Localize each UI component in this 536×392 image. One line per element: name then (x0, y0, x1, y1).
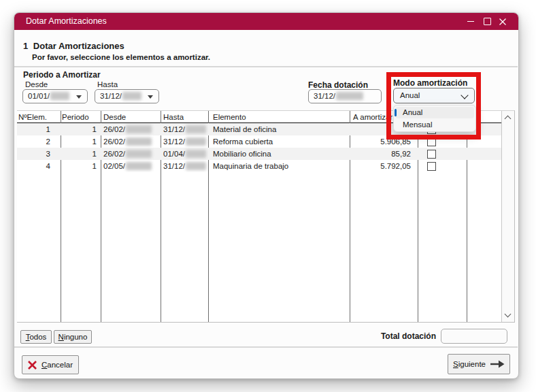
redacted-blur (186, 150, 206, 158)
ninguno-button-label: Ninguno (58, 333, 88, 341)
modo-amortizacion-value: Anual (400, 91, 420, 99)
cancelar-button[interactable]: Cancelar (22, 355, 79, 374)
maximize-icon (484, 18, 491, 25)
cell-desde: 26/02/ (101, 148, 161, 160)
column-header[interactable]: A amortizar (353, 112, 392, 122)
minimize-icon (467, 21, 474, 22)
cell-a_amortizar: 85,92 (350, 148, 418, 160)
hasta-value: 31/12/ (100, 92, 122, 100)
cell-hasta: 31/12/ (161, 160, 208, 172)
cell-desde: 26/02/ (101, 123, 161, 135)
fecha-dotacion-label: Fecha dotación (308, 80, 368, 90)
redacted-blur (122, 92, 141, 100)
page-subtitle: Por favor, seleccione los elementos a am… (32, 53, 210, 61)
cell-elemento: Material de oficina (208, 123, 350, 135)
total-dotacion-label: Total dotación (348, 331, 436, 341)
cell-periodo: 1 (61, 123, 101, 135)
desde-label: Desde (25, 80, 48, 88)
chevron-down-icon[interactable] (505, 311, 512, 318)
arrow-right-icon (490, 360, 505, 368)
titlebar: Dotar Amortizaciones (14, 13, 518, 30)
period-section-label: Periodo a Amortizar (23, 70, 101, 80)
dotar-amortizaciones-dialog: Dotar Amortizaciones 1 Dotar Amortizacio… (14, 12, 519, 379)
page-title: Dotar Amortizaciones (33, 41, 124, 51)
cancelar-button-label: Cancelar (41, 361, 73, 369)
dropdown-option-anual[interactable]: Anual (395, 107, 474, 118)
table-row[interactable]: 4102/05/31/12/Maquinaria de trabajo5.792… (17, 160, 503, 172)
vertical-scrollbar[interactable] (501, 111, 514, 322)
cell-elemento: Mobiliario oficina (208, 148, 350, 160)
cell-desde: 02/05/ (101, 160, 161, 172)
column-header[interactable]: Hasta (163, 112, 184, 122)
cell-a_amortizar: 5.906,85 (350, 135, 418, 148)
footer-divider (14, 346, 518, 348)
table-row[interactable]: 2126/02/31/12/Reforma cubierta5.906,85 (17, 135, 503, 148)
fecha-dotacion-value: 31/12/ (314, 92, 335, 100)
siguiente-button[interactable]: Siguiente (448, 354, 510, 374)
cell-hasta: 31/12/ (161, 123, 208, 135)
redacted-blur (126, 162, 152, 170)
column-header[interactable]: NºElem. (18, 112, 47, 122)
step-number: 1 (23, 41, 28, 51)
chevron-down-icon[interactable] (460, 91, 468, 99)
cell-desde: 26/02/ (101, 135, 161, 148)
column-header[interactable]: Periodo (62, 112, 89, 122)
desde-combobox[interactable]: 01/01/ (22, 89, 88, 103)
redacted-blur (186, 162, 206, 170)
maximize-button[interactable] (480, 13, 494, 30)
cell-num: 4 (17, 160, 61, 172)
modo-amortizacion-combobox[interactable]: Anual (393, 88, 475, 103)
todos-button[interactable]: Todos (20, 330, 52, 344)
column-header[interactable]: Desde (103, 112, 126, 122)
red-x-icon (28, 361, 37, 370)
row-checkbox[interactable] (427, 162, 436, 171)
cell-periodo: 1 (61, 135, 101, 148)
ninguno-button[interactable]: Ninguno (54, 330, 92, 344)
close-button[interactable] (496, 13, 509, 30)
cell-elemento: Maquinaria de trabajo (208, 160, 350, 172)
redacted-blur (186, 137, 206, 146)
redacted-blur (126, 137, 152, 146)
modo-amortizacion-label: Modo amortización (393, 78, 467, 88)
dropdown-option-mensual[interactable]: Mensual (395, 119, 474, 131)
modo-amortizacion-dropdown: AnualMensual (393, 105, 476, 132)
row-checkbox[interactable] (427, 137, 436, 146)
close-icon (499, 18, 506, 25)
fecha-dotacion-field[interactable]: 31/12/ (308, 89, 382, 103)
siguiente-button-label: Siguiente (453, 360, 486, 368)
hasta-label: Hasta (97, 80, 118, 88)
redacted-blur (336, 92, 363, 100)
desde-value: 01/01/ (28, 92, 50, 100)
table-row[interactable]: 3126/02/01/04/Mobiliario oficina85,92 (17, 148, 503, 160)
redacted-blur (126, 125, 152, 133)
window-title: Dotar Amortizaciones (26, 13, 107, 30)
cell-a_amortizar: 5.792,05 (350, 160, 418, 172)
triangle-down-icon[interactable] (76, 95, 82, 99)
selected-option-indicator (395, 109, 397, 116)
hasta-combobox[interactable]: 31/12/ (95, 89, 159, 103)
cell-hasta: 01/04/ (161, 148, 208, 160)
cell-elemento: Reforma cubierta (208, 135, 350, 148)
cell-hasta: 31/12/ (161, 135, 208, 148)
chevron-up-icon[interactable] (505, 116, 512, 122)
cell-num: 2 (17, 135, 61, 148)
cell-periodo: 1 (61, 148, 101, 160)
step-heading: 1 Dotar Amortizaciones (23, 41, 124, 51)
cell-num: 1 (17, 123, 61, 135)
redacted-blur (126, 150, 152, 158)
redacted-blur (186, 125, 206, 133)
cell-num: 3 (17, 148, 61, 160)
total-dotacion-field[interactable] (441, 329, 507, 344)
todos-button-label: Todos (26, 333, 47, 341)
cell-periodo: 1 (61, 160, 101, 172)
redacted-blur (50, 92, 69, 100)
elements-table[interactable]: NºElem.PeriodoDesdeHastaElementoA amorti… (17, 110, 515, 323)
column-header[interactable]: Elemento (213, 112, 246, 122)
header-divider (14, 66, 518, 67)
row-checkbox[interactable] (427, 150, 436, 159)
minimize-button[interactable] (464, 13, 478, 30)
triangle-down-icon[interactable] (148, 95, 153, 99)
